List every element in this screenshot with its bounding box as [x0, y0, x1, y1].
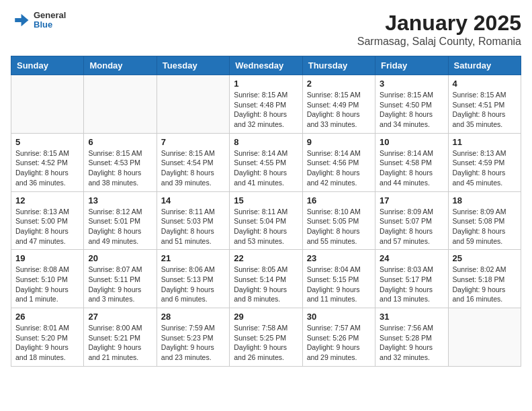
day-number: 25: [453, 253, 517, 263]
calendar-cell: 27Sunrise: 8:00 AMSunset: 5:21 PMDayligh…: [84, 308, 157, 367]
day-info: Sunrise: 8:15 AMSunset: 4:48 PMDaylight:…: [234, 90, 298, 130]
weekday-header-row: SundayMondayTuesdayWednesdayThursdayFrid…: [11, 56, 521, 75]
day-info: Sunrise: 7:59 AMSunset: 5:23 PMDaylight:…: [161, 323, 225, 363]
day-number: 22: [234, 253, 298, 263]
day-number: 1: [234, 79, 298, 89]
day-info: Sunrise: 8:13 AMSunset: 4:59 PMDaylight:…: [453, 148, 517, 188]
day-number: 4: [453, 79, 517, 89]
week-row: 12Sunrise: 8:13 AMSunset: 5:00 PMDayligh…: [11, 191, 521, 250]
calendar-cell: 5Sunrise: 8:15 AMSunset: 4:52 PMDaylight…: [11, 133, 84, 191]
calendar-cell: 29Sunrise: 7:58 AMSunset: 5:25 PMDayligh…: [230, 308, 302, 367]
day-number: 11: [453, 137, 517, 147]
week-row: 5Sunrise: 8:15 AMSunset: 4:52 PMDaylight…: [11, 133, 521, 191]
weekday-header: Friday: [375, 56, 448, 75]
day-info: Sunrise: 8:09 AMSunset: 5:07 PMDaylight:…: [380, 207, 443, 246]
day-info: Sunrise: 8:12 AMSunset: 5:01 PMDaylight:…: [88, 207, 152, 246]
weekday-header: Thursday: [302, 56, 375, 75]
day-info: Sunrise: 8:04 AMSunset: 5:15 PMDaylight:…: [307, 265, 371, 304]
day-number: 18: [453, 195, 517, 205]
day-number: 24: [380, 253, 443, 263]
day-info: Sunrise: 8:10 AMSunset: 5:05 PMDaylight:…: [307, 207, 371, 246]
calendar-cell: 6Sunrise: 8:15 AMSunset: 4:53 PMDaylight…: [84, 133, 157, 191]
day-number: 2: [307, 79, 371, 89]
calendar-cell: [84, 75, 157, 134]
day-info: Sunrise: 8:15 AMSunset: 4:51 PMDaylight:…: [453, 90, 517, 130]
day-info: Sunrise: 7:58 AMSunset: 5:25 PMDaylight:…: [234, 323, 298, 363]
calendar-cell: 20Sunrise: 8:07 AMSunset: 5:11 PMDayligh…: [84, 250, 157, 308]
calendar-cell: 4Sunrise: 8:15 AMSunset: 4:51 PMDaylight…: [448, 75, 521, 134]
day-info: Sunrise: 8:15 AMSunset: 4:52 PMDaylight:…: [15, 148, 79, 188]
calendar-cell: 25Sunrise: 8:02 AMSunset: 5:18 PMDayligh…: [448, 250, 521, 308]
calendar-cell: 9Sunrise: 8:14 AMSunset: 4:56 PMDaylight…: [302, 133, 375, 191]
day-info: Sunrise: 7:56 AMSunset: 5:28 PMDaylight:…: [380, 323, 443, 363]
day-number: 17: [380, 195, 443, 205]
day-number: 21: [161, 253, 225, 263]
day-number: 8: [234, 137, 298, 147]
day-number: 28: [161, 312, 225, 322]
calendar-cell: 22Sunrise: 8:05 AMSunset: 5:14 PMDayligh…: [230, 250, 302, 308]
day-info: Sunrise: 8:07 AMSunset: 5:11 PMDaylight:…: [88, 265, 152, 304]
calendar-cell: [157, 75, 229, 134]
day-number: 29: [234, 312, 298, 322]
calendar-cell: 1Sunrise: 8:15 AMSunset: 4:48 PMDaylight…: [230, 75, 302, 134]
logo-icon: [11, 11, 30, 30]
day-info: Sunrise: 8:13 AMSunset: 5:00 PMDaylight:…: [15, 207, 79, 246]
day-info: Sunrise: 8:15 AMSunset: 4:50 PMDaylight:…: [380, 90, 443, 130]
calendar-table: SundayMondayTuesdayWednesdayThursdayFrid…: [11, 56, 521, 367]
day-number: 23: [307, 253, 371, 263]
day-info: Sunrise: 8:11 AMSunset: 5:04 PMDaylight:…: [234, 207, 298, 246]
calendar-cell: 31Sunrise: 7:56 AMSunset: 5:28 PMDayligh…: [375, 308, 448, 367]
day-info: Sunrise: 8:08 AMSunset: 5:10 PMDaylight:…: [15, 265, 79, 304]
day-info: Sunrise: 8:01 AMSunset: 5:20 PMDaylight:…: [15, 323, 79, 363]
day-info: Sunrise: 8:14 AMSunset: 4:55 PMDaylight:…: [234, 148, 298, 188]
logo: General Blue: [11, 11, 66, 30]
calendar-subtitle: Sarmasag, Salaj County, Romania: [357, 36, 521, 48]
weekday-header: Sunday: [11, 56, 84, 75]
calendar-cell: 15Sunrise: 8:11 AMSunset: 5:04 PMDayligh…: [230, 191, 302, 250]
calendar-cell: 11Sunrise: 8:13 AMSunset: 4:59 PMDayligh…: [448, 133, 521, 191]
calendar-title: January 2025: [357, 11, 521, 36]
calendar-cell: 13Sunrise: 8:12 AMSunset: 5:01 PMDayligh…: [84, 191, 157, 250]
day-info: Sunrise: 8:09 AMSunset: 5:08 PMDaylight:…: [453, 207, 517, 246]
calendar-cell: 24Sunrise: 8:03 AMSunset: 5:17 PMDayligh…: [375, 250, 448, 308]
calendar-cell: 10Sunrise: 8:14 AMSunset: 4:58 PMDayligh…: [375, 133, 448, 191]
page-header: General Blue January 2025 Sarmasag, Sala…: [11, 11, 521, 48]
day-number: 30: [307, 312, 371, 322]
calendar-cell: 17Sunrise: 8:09 AMSunset: 5:07 PMDayligh…: [375, 191, 448, 250]
weekday-header: Tuesday: [157, 56, 229, 75]
day-info: Sunrise: 8:03 AMSunset: 5:17 PMDaylight:…: [380, 265, 443, 304]
calendar-cell: 30Sunrise: 7:57 AMSunset: 5:26 PMDayligh…: [302, 308, 375, 367]
day-info: Sunrise: 8:11 AMSunset: 5:03 PMDaylight:…: [161, 207, 225, 246]
day-number: 16: [307, 195, 371, 205]
day-info: Sunrise: 8:02 AMSunset: 5:18 PMDaylight:…: [453, 265, 517, 304]
day-info: Sunrise: 8:06 AMSunset: 5:13 PMDaylight:…: [161, 265, 225, 304]
day-number: 19: [15, 253, 79, 263]
day-number: 3: [380, 79, 443, 89]
day-number: 13: [88, 195, 152, 205]
calendar-cell: 12Sunrise: 8:13 AMSunset: 5:00 PMDayligh…: [11, 191, 84, 250]
calendar-cell: 19Sunrise: 8:08 AMSunset: 5:10 PMDayligh…: [11, 250, 84, 308]
day-info: Sunrise: 8:15 AMSunset: 4:54 PMDaylight:…: [161, 148, 225, 188]
day-number: 9: [307, 137, 371, 147]
logo-text: General Blue: [34, 11, 66, 30]
calendar-cell: 18Sunrise: 8:09 AMSunset: 5:08 PMDayligh…: [448, 191, 521, 250]
day-info: Sunrise: 7:57 AMSunset: 5:26 PMDaylight:…: [307, 323, 371, 363]
day-number: 14: [161, 195, 225, 205]
calendar-cell: 23Sunrise: 8:04 AMSunset: 5:15 PMDayligh…: [302, 250, 375, 308]
calendar-cell: 7Sunrise: 8:15 AMSunset: 4:54 PMDaylight…: [157, 133, 229, 191]
day-number: 5: [15, 137, 79, 147]
calendar-cell: 8Sunrise: 8:14 AMSunset: 4:55 PMDaylight…: [230, 133, 302, 191]
day-info: Sunrise: 8:14 AMSunset: 4:56 PMDaylight:…: [307, 148, 371, 188]
calendar-cell: 2Sunrise: 8:15 AMSunset: 4:49 PMDaylight…: [302, 75, 375, 134]
week-row: 19Sunrise: 8:08 AMSunset: 5:10 PMDayligh…: [11, 250, 521, 308]
day-number: 31: [380, 312, 443, 322]
calendar-cell: 21Sunrise: 8:06 AMSunset: 5:13 PMDayligh…: [157, 250, 229, 308]
day-info: Sunrise: 8:14 AMSunset: 4:58 PMDaylight:…: [380, 148, 443, 188]
calendar-cell: 14Sunrise: 8:11 AMSunset: 5:03 PMDayligh…: [157, 191, 229, 250]
calendar-cell: 26Sunrise: 8:01 AMSunset: 5:20 PMDayligh…: [11, 308, 84, 367]
day-info: Sunrise: 8:05 AMSunset: 5:14 PMDaylight:…: [234, 265, 298, 304]
calendar-cell: 16Sunrise: 8:10 AMSunset: 5:05 PMDayligh…: [302, 191, 375, 250]
weekday-header: Wednesday: [230, 56, 302, 75]
calendar-cell: 3Sunrise: 8:15 AMSunset: 4:50 PMDaylight…: [375, 75, 448, 134]
day-info: Sunrise: 8:15 AMSunset: 4:53 PMDaylight:…: [88, 148, 152, 188]
